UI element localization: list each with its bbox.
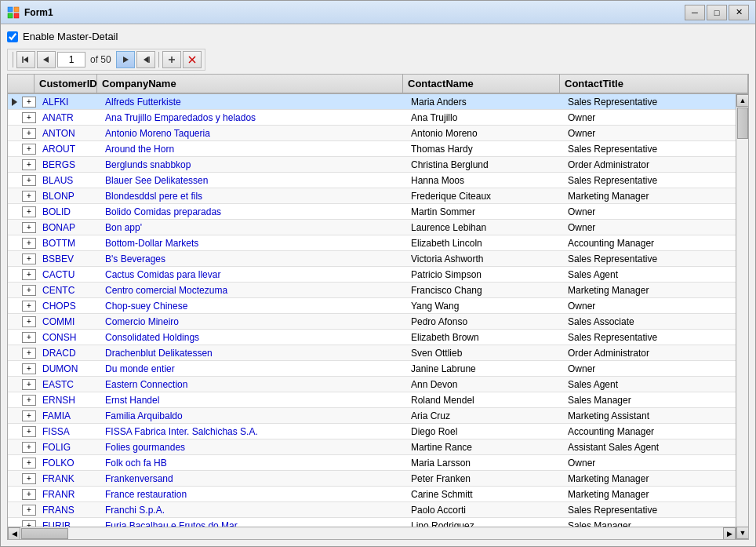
nav-next-button[interactable] bbox=[116, 51, 135, 68]
table-row[interactable]: +FRANRFrance restaurationCarine SchmittM… bbox=[8, 487, 736, 502]
cell-contact-name: Roland Mendel bbox=[406, 393, 563, 407]
table-row[interactable]: +FISSAFISSA Fabrica Inter. Salchichas S.… bbox=[8, 424, 736, 439]
cell-company-name: Comercio Mineiro bbox=[100, 315, 406, 329]
table-row[interactable]: +BERGSBerglunds snabbkopChristina Berglu… bbox=[8, 157, 736, 173]
table-row[interactable]: +CACTUCactus Comidas para llevarPatricio… bbox=[8, 267, 736, 283]
master-detail-checkbox[interactable] bbox=[7, 31, 18, 42]
cell-company-name: Around the Horn bbox=[100, 142, 406, 156]
expand-button[interactable]: + bbox=[22, 253, 36, 264]
table-row[interactable]: +FURIBFuria Bacalhau e Frutos do MarLino… bbox=[8, 518, 736, 527]
expand-button[interactable]: + bbox=[22, 97, 36, 108]
table-row[interactable]: +ANATRAna Trujillo Emparedados y helados… bbox=[8, 110, 736, 126]
cell-contact-name: Diego Roel bbox=[406, 425, 563, 439]
table-row[interactable]: +DUMONDu monde entierJanine LabruneOwner bbox=[8, 361, 736, 377]
content-area: Enable Master-Detail of 50 bbox=[1, 24, 755, 546]
table-row[interactable]: +FRANKFrankenversandPeter FrankenMarketi… bbox=[8, 471, 736, 487]
nav-add-button[interactable] bbox=[162, 51, 181, 68]
table-row[interactable]: +CONSHConsolidated HoldingsElizabeth Bro… bbox=[8, 330, 736, 345]
expand-button[interactable]: + bbox=[22, 458, 36, 469]
expand-button[interactable]: + bbox=[22, 379, 36, 390]
table-row[interactable]: +AROUTAround the HornThomas HardySales R… bbox=[8, 141, 736, 157]
horizontal-scrollbar[interactable]: ◀ ▶ bbox=[8, 527, 736, 539]
table-row[interactable]: +CHOPSChop-suey ChineseYang WangOwner bbox=[8, 298, 736, 314]
close-button[interactable]: ✕ bbox=[729, 5, 749, 20]
expand-button[interactable]: + bbox=[22, 206, 36, 217]
table-row[interactable]: +FRANSFranchi S.p.A.Paolo AccortiSales R… bbox=[8, 502, 736, 518]
expand-button[interactable]: + bbox=[22, 175, 36, 186]
expand-button[interactable]: + bbox=[22, 410, 36, 421]
table-row[interactable]: +BONAPBon app'Laurence LebihanOwner bbox=[8, 220, 736, 235]
table-row[interactable]: +ANTONAntonio Moreno TaqueriaAntonio Mor… bbox=[8, 126, 736, 141]
cell-contact-name: Ann Devon bbox=[406, 377, 563, 392]
page-number-input[interactable] bbox=[57, 52, 85, 67]
expand-button[interactable]: + bbox=[22, 269, 36, 280]
expand-button[interactable]: + bbox=[22, 128, 36, 139]
toolbar-sep-2 bbox=[158, 52, 159, 67]
expand-button[interactable]: + bbox=[22, 285, 36, 296]
hscroll-right-button[interactable]: ▶ bbox=[723, 527, 736, 540]
table-row[interactable]: +BLAUSBlauer See DelikatessenHanna MoosS… bbox=[8, 173, 736, 188]
table-row[interactable]: +FOLIGFolies gourmandesMartine RanceAssi… bbox=[8, 439, 736, 455]
cell-company-name: Alfreds Futterkiste bbox=[100, 95, 406, 109]
expand-button[interactable]: + bbox=[22, 144, 36, 155]
expand-button[interactable]: + bbox=[22, 520, 36, 527]
vscroll-up-button[interactable]: ▲ bbox=[736, 94, 748, 107]
table-row[interactable]: +CENTCCentro comercial MoctezumaFrancisc… bbox=[8, 283, 736, 298]
expand-button[interactable]: + bbox=[22, 395, 36, 406]
expand-button[interactable]: + bbox=[22, 222, 36, 233]
cell-contact-name: Victoria Ashworth bbox=[406, 252, 563, 266]
table-row[interactable]: +FAMIAFamilia ArquibaldoAria CruzMarketi… bbox=[8, 408, 736, 424]
hscroll-thumb[interactable] bbox=[21, 528, 68, 539]
table-row[interactable]: +DRACDDrachenblut DelikatessenSven Ottli… bbox=[8, 345, 736, 361]
expand-button[interactable]: + bbox=[22, 238, 36, 249]
header-contact-title: ContactTitle bbox=[560, 75, 748, 93]
cell-contact-name: Carine Schmitt bbox=[406, 487, 563, 501]
expand-button[interactable]: + bbox=[22, 332, 36, 343]
cell-company-name: Antonio Moreno Taqueria bbox=[100, 126, 406, 140]
cell-customer-id: ANTON bbox=[38, 126, 100, 140]
nav-last-button[interactable] bbox=[136, 51, 155, 68]
cell-customer-id: BOLID bbox=[38, 205, 100, 219]
expand-button[interactable]: + bbox=[22, 316, 36, 327]
hscroll-left-button[interactable]: ◀ bbox=[8, 527, 20, 540]
expand-button[interactable]: + bbox=[22, 112, 36, 123]
expand-button[interactable]: + bbox=[22, 363, 36, 374]
maximize-button[interactable]: □ bbox=[707, 5, 727, 20]
vscroll-down-button[interactable]: ▼ bbox=[736, 527, 748, 539]
table-row[interactable]: +EASTCEastern ConnectionAnn DevonSales A… bbox=[8, 377, 736, 392]
nav-delete-button[interactable] bbox=[183, 51, 202, 68]
table-row[interactable]: +BOTTMBottom-Dollar MarketsElizabeth Lin… bbox=[8, 235, 736, 251]
table-row[interactable]: +BSBEVB's BeveragesVictoria AshworthSale… bbox=[8, 251, 736, 267]
svg-rect-3 bbox=[14, 13, 19, 18]
expand-button[interactable]: + bbox=[22, 426, 36, 437]
expand-button[interactable]: + bbox=[22, 505, 36, 516]
cell-customer-id: DRACD bbox=[38, 346, 100, 360]
expand-button[interactable]: + bbox=[22, 473, 36, 484]
table-row[interactable]: +ERNSHErnst HandelRoland MendelSales Man… bbox=[8, 392, 736, 408]
svg-marker-8 bbox=[144, 57, 148, 63]
vertical-scrollbar[interactable]: ▲ ▼ bbox=[736, 94, 748, 539]
table-row[interactable]: +BOLIDBolido Comidas preparadasMartin So… bbox=[8, 204, 736, 220]
expand-button[interactable]: + bbox=[22, 301, 36, 312]
cell-contact-title: Sales Manager bbox=[563, 393, 736, 407]
expand-button[interactable]: + bbox=[22, 191, 36, 202]
expand-button[interactable]: + bbox=[22, 348, 36, 359]
expand-button[interactable]: + bbox=[22, 159, 36, 170]
cell-customer-id: FRANR bbox=[38, 487, 100, 501]
cell-company-name: Chop-suey Chinese bbox=[100, 299, 406, 313]
nav-toolbar: of 50 bbox=[7, 49, 205, 71]
nav-prev-button[interactable] bbox=[37, 51, 56, 68]
table-row[interactable]: +ALFKIAlfreds FutterkisteMaria AndersSal… bbox=[8, 94, 736, 110]
cell-contact-name: Peter Franken bbox=[406, 472, 563, 486]
table-row[interactable]: +FOLKOFolk och fa HBMaria LarssonOwner bbox=[8, 455, 736, 471]
cell-customer-id: FOLKO bbox=[38, 456, 100, 470]
expand-button[interactable]: + bbox=[22, 489, 36, 500]
minimize-button[interactable]: ─ bbox=[685, 5, 705, 20]
expand-button[interactable]: + bbox=[22, 442, 36, 453]
vscroll-thumb[interactable] bbox=[737, 108, 748, 139]
cell-contact-name: Paolo Accorti bbox=[406, 503, 563, 517]
table-row[interactable]: +COMMIComercio MineiroPedro AfonsoSales … bbox=[8, 314, 736, 330]
grid-body[interactable]: +ALFKIAlfreds FutterkisteMaria AndersSal… bbox=[8, 94, 736, 527]
nav-first-button[interactable] bbox=[16, 51, 35, 68]
table-row[interactable]: +BLONPBlondesddsl pere et filsFrederique… bbox=[8, 188, 736, 204]
